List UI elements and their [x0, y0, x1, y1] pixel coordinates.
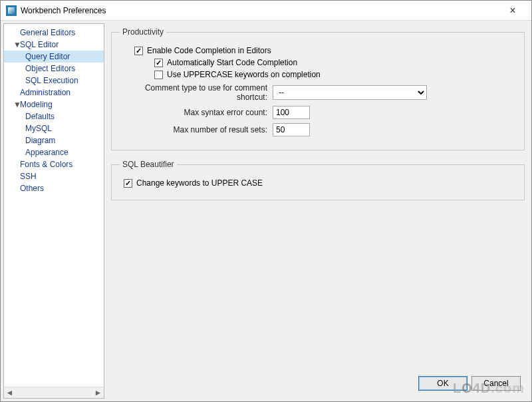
title-bar: Workbench Preferences ×: [1, 1, 531, 21]
tree-item[interactable]: Appearance: [4, 146, 104, 158]
cancel-button[interactable]: Cancel: [471, 376, 521, 391]
tree-item-label: Administration: [20, 88, 70, 97]
auto-start-row[interactable]: Automatically Start Code Completion: [154, 58, 516, 67]
tree-item[interactable]: Defaults: [4, 110, 104, 122]
comment-type-select[interactable]: --: [273, 85, 427, 100]
comment-type-label: Comment type to use for comment shortcut…: [124, 83, 273, 102]
tree-item-label: SQL Editor: [20, 40, 59, 49]
scroll-left-icon[interactable]: ◄: [4, 387, 15, 399]
uppercase-keywords-checkbox[interactable]: [154, 71, 163, 79]
tree-item[interactable]: ▼SQL Editor: [4, 39, 104, 51]
scroll-right-icon[interactable]: ►: [92, 387, 104, 399]
tree-item-label: Diagram: [25, 136, 55, 145]
window-title: Workbench Preferences: [21, 6, 106, 15]
tree-item-label: General Editors: [20, 28, 75, 37]
tree-item-label: Modeling: [20, 100, 53, 109]
enable-code-completion-row[interactable]: Enable Code Completion in Editors: [134, 46, 516, 55]
max-resultsets-row: Max number of result sets:: [124, 123, 516, 136]
upper-case-label: Change keywords to UPPER CASE: [136, 178, 263, 188]
enable-code-completion-label: Enable Code Completion in Editors: [147, 46, 271, 55]
close-button[interactable]: ×: [499, 1, 526, 21]
tree-item-label: SQL Execution: [25, 76, 78, 85]
sidebar-scrollbar[interactable]: ◄ ►: [4, 387, 104, 398]
comment-type-row: Comment type to use for comment shortcut…: [124, 83, 516, 102]
tree-item[interactable]: SSH: [4, 170, 104, 182]
tree-item-label: Appearance: [25, 148, 68, 157]
tree-item-label: Defaults: [25, 112, 55, 121]
upper-case-checkbox[interactable]: [124, 179, 132, 188]
tree-item[interactable]: Fonts & Colors: [4, 158, 104, 170]
auto-start-label: Automatically Start Code Completion: [167, 58, 297, 67]
tree-item-label: Object Editors: [25, 64, 75, 73]
max-resultsets-input[interactable]: [273, 123, 310, 136]
max-resultsets-label: Max number of result sets:: [124, 125, 273, 134]
tree-item[interactable]: Others: [4, 182, 104, 194]
max-syntax-input[interactable]: [273, 106, 310, 119]
productivity-group: Productivity Enable Code Completion in E…: [111, 27, 525, 150]
tree-item-label: Fonts & Colors: [20, 160, 72, 169]
caret-icon: ▼: [13, 99, 20, 110]
tree-item-label: Others: [20, 184, 44, 193]
uppercase-keywords-row[interactable]: Use UPPERCASE keywords on completion: [154, 70, 516, 79]
category-tree: General Editors▼SQL EditorQuery EditorOb…: [4, 24, 104, 387]
beautifier-group: SQL Beautifier Change keywords to UPPER …: [111, 160, 525, 200]
tree-item[interactable]: Administration: [4, 87, 104, 99]
tree-item-label: MySQL: [25, 124, 52, 133]
auto-start-checkbox[interactable]: [154, 59, 163, 67]
caret-icon: ▼: [13, 39, 20, 50]
enable-code-completion-checkbox[interactable]: [134, 47, 143, 55]
max-syntax-label: Max syntax error count:: [124, 108, 273, 117]
settings-panel: Productivity Enable Code Completion in E…: [107, 23, 529, 399]
upper-case-row[interactable]: Change keywords to UPPER CASE: [124, 178, 516, 188]
tree-item[interactable]: MySQL: [4, 122, 104, 134]
tree-item[interactable]: Object Editors: [4, 63, 104, 75]
tree-item[interactable]: General Editors: [4, 27, 104, 39]
uppercase-keywords-label: Use UPPERCASE keywords on completion: [167, 70, 321, 79]
dialog-button-bar: OK Cancel: [107, 371, 529, 399]
tree-item[interactable]: Diagram: [4, 134, 104, 146]
tree-item[interactable]: SQL Execution: [4, 75, 104, 87]
ok-button[interactable]: OK: [418, 376, 467, 391]
app-icon: [6, 5, 17, 16]
tree-item-label: Query Editor: [25, 52, 70, 61]
productivity-legend: Productivity: [120, 27, 166, 37]
content-area: General Editors▼SQL EditorQuery EditorOb…: [1, 21, 531, 401]
category-sidebar: General Editors▼SQL EditorQuery EditorOb…: [3, 23, 104, 399]
max-syntax-row: Max syntax error count:: [124, 106, 516, 119]
beautifier-legend: SQL Beautifier: [120, 160, 177, 169]
tree-item-label: SSH: [20, 172, 37, 181]
tree-item[interactable]: Query Editor: [4, 51, 104, 63]
tree-item[interactable]: ▼Modeling: [4, 99, 104, 110]
